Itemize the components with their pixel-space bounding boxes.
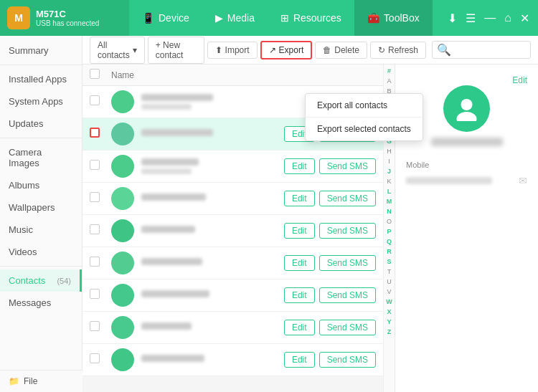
alpha-p[interactable]: P bbox=[387, 226, 391, 236]
delete-button[interactable]: 🗑 Delete bbox=[315, 42, 367, 59]
delete-label: Delete bbox=[334, 45, 359, 55]
send-sms-button[interactable]: Send SMS bbox=[319, 287, 376, 303]
send-sms-button[interactable]: Send SMS bbox=[319, 223, 376, 239]
contact-name-blur bbox=[141, 290, 209, 297]
alpha-r[interactable]: R bbox=[387, 247, 392, 257]
sidebar-divider-1 bbox=[0, 64, 82, 65]
new-contact-button[interactable]: + New contact bbox=[148, 37, 204, 64]
alpha-w[interactable]: W bbox=[386, 297, 392, 307]
sidebar-messages-label: Messages bbox=[9, 297, 51, 308]
export-button[interactable]: ↗ Export bbox=[260, 41, 313, 59]
search-box[interactable]: 🔍 bbox=[432, 41, 531, 59]
contact-avatar bbox=[111, 252, 134, 274]
row-checkbox-1[interactable] bbox=[90, 95, 111, 108]
alpha-a[interactable]: A bbox=[387, 76, 391, 86]
alpha-j[interactable]: J bbox=[387, 166, 391, 176]
nav-device[interactable]: 📱 Device bbox=[129, 0, 202, 36]
sidebar-item-updates[interactable]: Updates bbox=[0, 113, 82, 135]
sidebar-item-installed-apps[interactable]: Installed Apps bbox=[0, 68, 82, 90]
alpha-i[interactable]: I bbox=[388, 156, 390, 166]
contacts-badge: (54) bbox=[57, 277, 71, 285]
select-all-checkbox[interactable] bbox=[90, 69, 100, 79]
row-actions: Edit Send SMS bbox=[284, 352, 376, 368]
contact-name-blur bbox=[141, 129, 213, 136]
sidebar-videos-label: Videos bbox=[9, 247, 37, 257]
alpha-hash[interactable]: # bbox=[387, 66, 391, 76]
alpha-n[interactable]: N bbox=[387, 206, 392, 216]
sidebar-divider-2 bbox=[0, 138, 82, 138]
search-icon: 🔍 bbox=[437, 43, 451, 57]
menu-icon[interactable]: ☰ bbox=[466, 11, 476, 25]
close-icon[interactable]: ✕ bbox=[520, 11, 529, 25]
alpha-k[interactable]: K bbox=[387, 176, 391, 186]
contact-info bbox=[141, 322, 284, 333]
edit-button[interactable]: Edit bbox=[284, 158, 315, 174]
nav-device-label: Device bbox=[159, 12, 189, 24]
table-row: Edit Send SMS bbox=[82, 183, 383, 215]
search-input[interactable] bbox=[454, 45, 526, 55]
alpha-h[interactable]: H bbox=[387, 146, 392, 156]
home-icon[interactable]: ⌂ bbox=[504, 11, 511, 24]
sidebar-item-contacts[interactable]: Contacts (54) bbox=[0, 269, 82, 292]
detail-edit-link[interactable]: Edit bbox=[512, 75, 527, 85]
alpha-v[interactable]: V bbox=[387, 287, 391, 297]
sidebar-item-summary[interactable]: Summary bbox=[0, 39, 82, 62]
nav-resources[interactable]: ⊞ Resources bbox=[268, 0, 354, 36]
send-sms-button[interactable]: Send SMS bbox=[319, 352, 376, 368]
minimize-icon[interactable]: — bbox=[484, 11, 496, 24]
alpha-m[interactable]: M bbox=[387, 196, 392, 206]
contact-info bbox=[141, 355, 284, 365]
phone-row: ✉ bbox=[406, 175, 527, 186]
edit-button[interactable]: Edit bbox=[284, 191, 315, 206]
refresh-icon: ↻ bbox=[378, 45, 385, 55]
alpha-z[interactable]: Z bbox=[387, 327, 392, 337]
sidebar-summary-label: Summary bbox=[9, 45, 49, 56]
alpha-q[interactable]: Q bbox=[387, 236, 392, 247]
alpha-l[interactable]: L bbox=[387, 186, 392, 196]
sidebar-item-messages[interactable]: Messages bbox=[0, 292, 82, 314]
export-selected-option[interactable]: Export selected contacts bbox=[306, 118, 423, 140]
import-button[interactable]: ⬆ Import bbox=[207, 42, 258, 59]
contact-info bbox=[141, 258, 284, 268]
contact-info bbox=[141, 158, 284, 174]
sidebar-item-music[interactable]: Music bbox=[0, 219, 82, 241]
contact-name-blur bbox=[141, 322, 192, 330]
send-sms-button[interactable]: Send SMS bbox=[319, 320, 376, 335]
row-checkbox-2[interactable] bbox=[90, 128, 111, 140]
header-checkbox-col bbox=[90, 69, 111, 81]
contact-avatar bbox=[111, 187, 134, 210]
edit-button[interactable]: Edit bbox=[284, 255, 315, 271]
alpha-u[interactable]: U bbox=[387, 277, 392, 287]
contact-name-blur bbox=[141, 258, 202, 265]
edit-button[interactable]: Edit bbox=[284, 287, 315, 303]
sidebar-item-wallpapers[interactable]: Wallpapers bbox=[0, 196, 82, 219]
send-sms-button[interactable]: Send SMS bbox=[319, 255, 376, 271]
alpha-y[interactable]: Y bbox=[387, 317, 391, 327]
sidebar-wallpapers-label: Wallpapers bbox=[9, 202, 55, 213]
email-icon[interactable]: ✉ bbox=[519, 175, 527, 186]
sidebar-item-albums[interactable]: Albums bbox=[0, 174, 82, 196]
device-name: M571C bbox=[36, 9, 99, 19]
edit-button[interactable]: Edit bbox=[284, 320, 315, 335]
file-button[interactable]: 📁 File bbox=[0, 370, 82, 392]
refresh-button[interactable]: ↻ Refresh bbox=[370, 42, 426, 59]
alpha-s[interactable]: S bbox=[387, 257, 391, 267]
edit-button[interactable]: Edit bbox=[284, 352, 315, 368]
alpha-t[interactable]: T bbox=[387, 267, 392, 277]
send-sms-button[interactable]: Send SMS bbox=[319, 191, 376, 206]
send-sms-button[interactable]: Send SMS bbox=[319, 158, 376, 174]
alpha-o[interactable]: O bbox=[387, 216, 392, 226]
all-contacts-button[interactable]: All contacts ▾ bbox=[90, 37, 145, 64]
export-all-option[interactable]: Export all contacts bbox=[306, 94, 423, 117]
edit-button[interactable]: Edit bbox=[284, 223, 315, 239]
download-icon[interactable]: ⬇ bbox=[448, 11, 457, 25]
sidebar-item-system-apps[interactable]: System Apps bbox=[0, 90, 82, 113]
alpha-x[interactable]: X bbox=[387, 307, 391, 317]
nav-toolbox[interactable]: 🧰 ToolBox bbox=[354, 0, 433, 36]
sidebar-item-camera[interactable]: Camera Images bbox=[0, 141, 82, 174]
sidebar-item-videos[interactable]: Videos bbox=[0, 241, 82, 263]
main-area: Summary Installed Apps System Apps Updat… bbox=[0, 36, 538, 392]
device-details: M571C USB has connected bbox=[36, 9, 99, 27]
nav-media[interactable]: ▶ Media bbox=[202, 0, 268, 36]
sidebar-updates-label: Updates bbox=[9, 118, 43, 129]
